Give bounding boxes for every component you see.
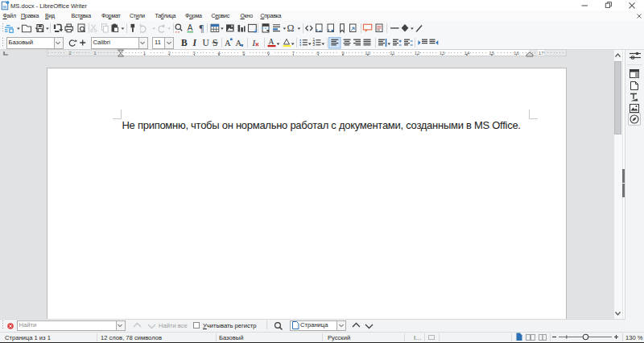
svg-text:B: B xyxy=(181,38,188,48)
svg-text:I: I xyxy=(252,39,256,48)
svg-text:3: 3 xyxy=(313,43,316,47)
svg-text:U: U xyxy=(203,38,210,48)
svg-text:A: A xyxy=(236,39,242,48)
svg-text:Ω: Ω xyxy=(287,23,295,34)
svg-text:¶: ¶ xyxy=(200,23,204,34)
svg-text:A: A xyxy=(225,39,231,48)
svg-text:А: А xyxy=(188,23,193,32)
svg-text:A: A xyxy=(269,38,275,46)
svg-text:I: I xyxy=(192,38,197,48)
